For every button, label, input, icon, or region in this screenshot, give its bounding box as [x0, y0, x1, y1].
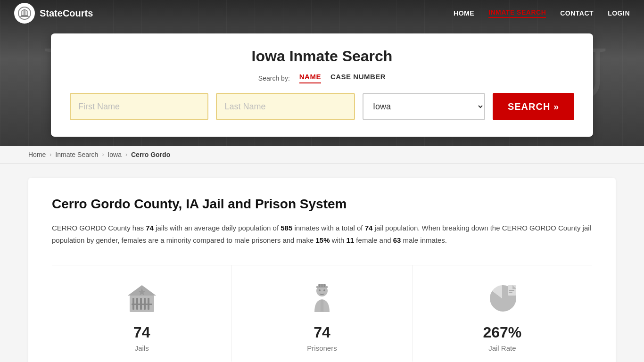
tab-name[interactable]: NAME	[299, 73, 321, 83]
stat-prisoners: 74 Prisoners	[232, 265, 412, 362]
navigation: StateCourts HOME INMATE SEARCH CONTACT L…	[0, 0, 644, 26]
last-name-input[interactable]	[216, 93, 355, 120]
breadcrumb-sep-1: ›	[50, 151, 51, 158]
logo-icon	[14, 3, 35, 24]
breadcrumb-state[interactable]: Iowa	[107, 151, 122, 158]
search-button[interactable]: SEARCH »	[493, 93, 574, 120]
search-by-label: Search by:	[258, 74, 290, 82]
svg-rect-33	[509, 292, 512, 293]
pie-chart-icon	[483, 280, 521, 317]
svg-rect-32	[509, 290, 514, 291]
state-select[interactable]: Iowa Alabama Alaska Arizona Arkansas Cal…	[363, 93, 485, 120]
svg-rect-26	[321, 300, 322, 312]
jail-icon	[123, 280, 161, 317]
breadcrumb-county: Cerro Gordo	[131, 151, 170, 158]
breadcrumb: Home › Inmate Search › Iowa › Cerro Gord…	[0, 146, 644, 164]
hero-section: C O U R T H O U S E StateCourts	[0, 0, 644, 146]
svg-rect-2	[21, 15, 28, 16]
main-content: Cerro Gordo County, IA Jail and Prison S…	[0, 164, 644, 362]
breadcrumb-home[interactable]: Home	[28, 151, 46, 158]
breadcrumb-sep-3: ›	[125, 151, 127, 158]
search-inputs-row: Iowa Alabama Alaska Arizona Arkansas Cal…	[70, 93, 574, 120]
search-by-row: Search by: NAME CASE NUMBER	[70, 73, 574, 83]
search-card: Iowa Inmate Search Search by: NAME CASE …	[51, 33, 593, 137]
svg-rect-24	[322, 284, 323, 287]
content-card: Cerro Gordo County, IA Jail and Prison S…	[28, 178, 616, 362]
svg-rect-23	[321, 284, 322, 287]
stat-jails: 74 Jails	[52, 265, 232, 362]
stats-row: 74 Jails	[52, 265, 592, 362]
tab-case-number[interactable]: CASE NUMBER	[330, 73, 386, 83]
svg-point-28	[319, 289, 321, 291]
content-title: Cerro Gordo County, IA Jail and Prison S…	[52, 197, 592, 212]
breadcrumb-inmate-search[interactable]: Inmate Search	[55, 151, 98, 158]
jails-label: Jails	[135, 344, 149, 352]
prisoners-count: 74	[314, 324, 330, 341]
nav-login[interactable]: LOGIN	[608, 9, 630, 17]
breadcrumb-sep-2: ›	[102, 151, 104, 158]
svg-rect-22	[319, 284, 320, 287]
nav-contact[interactable]: CONTACT	[560, 9, 594, 17]
svg-rect-1	[20, 16, 29, 17]
jail-rate-label: Jail Rate	[488, 344, 516, 352]
nav-links: HOME INMATE SEARCH CONTACT LOGIN	[454, 8, 630, 18]
svg-rect-27	[322, 300, 323, 312]
jails-count: 74	[133, 324, 150, 341]
nav-inmate-search[interactable]: INMATE SEARCH	[488, 8, 546, 18]
stat-jail-rate: 267% Jail Rate	[413, 265, 592, 362]
svg-rect-25	[324, 284, 325, 287]
content-description: CERRO GORDO County has 74 jails with an …	[52, 222, 592, 246]
jail-rate-count: 267%	[483, 324, 521, 341]
prisoner-icon	[303, 280, 341, 317]
search-card-title: Iowa Inmate Search	[70, 48, 574, 65]
site-logo[interactable]: StateCourts	[14, 3, 93, 24]
svg-point-29	[323, 289, 325, 291]
svg-rect-18	[132, 304, 152, 305]
nav-home[interactable]: HOME	[454, 9, 474, 17]
first-name-input[interactable]	[70, 93, 208, 120]
prisoners-label: Prisoners	[307, 344, 337, 352]
site-name: StateCourts	[40, 8, 93, 19]
